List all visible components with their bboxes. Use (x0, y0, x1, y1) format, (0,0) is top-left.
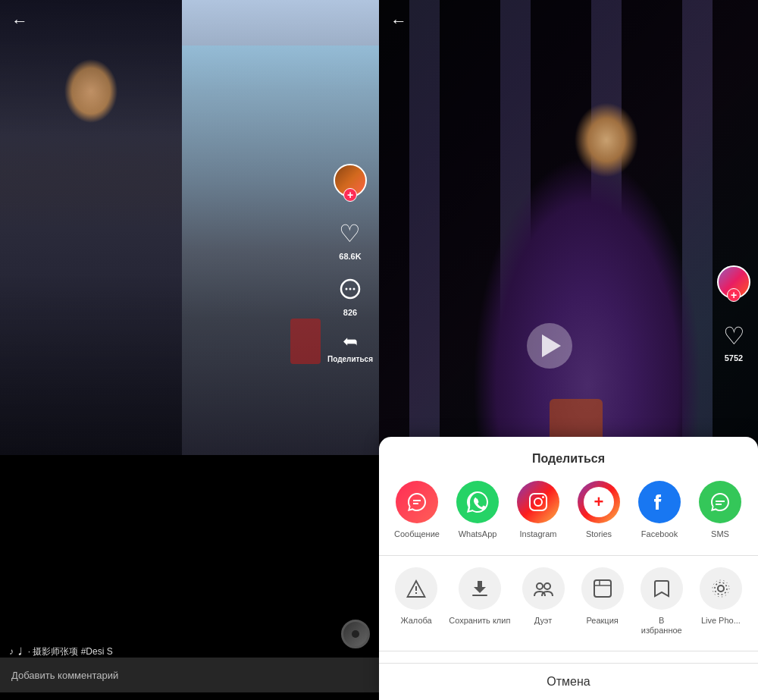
save-clip-icon (459, 567, 501, 610)
svg-point-2 (349, 288, 351, 290)
share-item-report[interactable]: Жалоба (390, 567, 443, 636)
share-item-message[interactable]: Сообщение (390, 481, 443, 539)
stories-icon: + (578, 481, 620, 523)
right-heart-icon: ♡ (723, 322, 745, 350)
svg-point-1 (345, 288, 347, 290)
video-right-girls[interactable]: + ♡ 68.6K (182, 0, 379, 455)
video-info: @marakya_sas #дуэт с @ethelwittnerr ♪ ♩ … (9, 616, 330, 658)
svg-point-5 (534, 498, 542, 506)
duet-icon (522, 567, 565, 610)
svg-point-13 (718, 585, 724, 592)
facebook-icon (638, 481, 681, 523)
share-actions-row: Жалоба Сохранить клип (379, 567, 758, 636)
hashtag-label: #дуэт с @ethelwittnerr (9, 631, 330, 642)
whatsapp-icon (456, 481, 499, 523)
svg-point-8 (537, 583, 543, 589)
comment-icon (335, 275, 365, 305)
overlay-left (0, 0, 182, 455)
comments-count: 826 (343, 308, 357, 317)
comment-button[interactable]: 826 (335, 275, 365, 317)
favorites-icon (641, 567, 683, 610)
share-item-reaction[interactable]: Реакция (576, 567, 629, 636)
right-controls: + ♡ 5752 (717, 265, 750, 363)
svg-point-14 (715, 582, 727, 595)
sms-label: SMS (711, 529, 729, 539)
like-button[interactable]: ♡ 68.6K (335, 218, 365, 261)
share-title: Поделиться (379, 452, 758, 466)
stories-plus-symbol: + (594, 492, 604, 512)
sms-icon (699, 481, 741, 523)
heart-icon: ♡ (335, 218, 365, 249)
svg-rect-7 (472, 595, 487, 596)
right-likes-count: 5752 (725, 353, 743, 363)
add-comment-placeholder: Добавить комментарий (11, 670, 118, 681)
share-item-sms[interactable]: SMS (694, 481, 747, 539)
cancel-button[interactable]: Отмена (379, 663, 758, 700)
report-label: Жалоба (400, 616, 431, 626)
add-comment-bar[interactable]: Добавить комментарий (0, 658, 379, 692)
share-button[interactable]: ➦ Поделиться (327, 331, 373, 364)
svg-point-9 (544, 583, 550, 589)
svg-point-6 (542, 496, 544, 498)
svg-point-3 (352, 288, 355, 290)
report-icon (395, 567, 437, 610)
back-button-right[interactable]: ← (390, 11, 407, 31)
reaction-icon (581, 567, 624, 610)
likes-count: 68.6K (339, 252, 361, 261)
right-panel: ← + ♡ 5752 Поделиться Сооб (379, 0, 758, 700)
share-item-stories[interactable]: + Stories (572, 481, 625, 539)
share-divider-1 (379, 555, 758, 556)
share-item-facebook[interactable]: Facebook (633, 481, 686, 539)
whatsapp-label: WhatsApp (459, 529, 497, 539)
share-item-whatsapp[interactable]: WhatsApp (451, 481, 504, 539)
play-button[interactable] (527, 323, 572, 369)
share-label: Поделиться (327, 355, 373, 364)
share-item-favorites[interactable]: Визбранное (635, 567, 688, 636)
music-label: ♪ ♩ · 摄影师张项 #Desi S (9, 645, 330, 658)
left-panel: + ♡ 68.6K (0, 0, 379, 700)
music-disc (341, 620, 370, 648)
share-apps-row: Сообщение WhatsApp (379, 481, 758, 539)
right-like-button[interactable]: ♡ 5752 (723, 322, 745, 363)
svg-rect-4 (530, 494, 547, 510)
message-icon (396, 481, 438, 523)
stories-inner: + (584, 487, 614, 517)
share-item-live-photo[interactable]: Live Pho... (694, 567, 747, 636)
save-clip-label: Сохранить клип (449, 616, 510, 626)
facebook-label: Facebook (641, 529, 678, 539)
instagram-label: Instagram (520, 529, 557, 539)
username-label: @marakya_sas (9, 616, 330, 628)
instagram-icon (517, 481, 559, 523)
favorites-label: Визбранное (641, 616, 682, 636)
share-item-instagram[interactable]: Instagram (512, 481, 565, 539)
duet-label: Дуэт (534, 616, 552, 626)
video-controls-right: + ♡ 68.6K (327, 164, 373, 364)
red-skirt-detail (290, 319, 321, 364)
share-item-duet[interactable]: Дуэт (517, 567, 570, 636)
live-photo-icon (700, 567, 742, 610)
share-icon: ➦ (343, 331, 358, 352)
message-label: Сообщение (394, 529, 440, 539)
back-button-left[interactable]: ← (11, 11, 28, 31)
right-avatar[interactable]: + (717, 265, 750, 299)
share-item-save-clip[interactable]: Сохранить клип (449, 567, 510, 636)
follow-plus-button[interactable]: + (343, 188, 357, 202)
right-avatar-container: + (717, 265, 750, 299)
avatar-container: + (334, 164, 367, 197)
right-follow-plus[interactable]: + (727, 288, 741, 302)
svg-rect-10 (594, 580, 611, 597)
share-divider-2 (379, 651, 758, 651)
share-sheet: Поделиться Сообщение (379, 437, 758, 700)
play-triangle-icon (542, 334, 561, 357)
stories-label: Stories (586, 529, 612, 539)
reaction-label: Реакция (586, 616, 618, 626)
video-left-boy[interactable] (0, 0, 182, 455)
live-photo-label: Live Pho... (701, 616, 741, 626)
left-videos-container: + ♡ 68.6K (0, 0, 379, 700)
